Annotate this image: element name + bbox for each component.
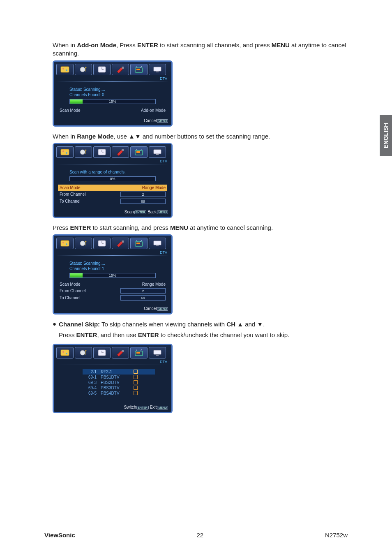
channels-found: Channels Found: 1 xyxy=(58,266,167,271)
svg-rect-28 xyxy=(154,150,161,154)
osd-addon-scan: DTV Status: Scanning.... Channels Found:… xyxy=(53,60,173,127)
footer-switch: Switch xyxy=(124,405,136,409)
svg-line-11 xyxy=(136,66,137,68)
text: at anytime to cancel scanning. xyxy=(188,224,273,231)
text: to check/uncheck the channel you want to… xyxy=(159,331,290,338)
page-footer: ViewSonic 22 N2752w xyxy=(44,532,348,539)
progress-label: 15% xyxy=(109,273,116,278)
text: to start scanning all channels, and pres… xyxy=(158,42,272,49)
bold: Add-on Mode xyxy=(77,42,116,49)
tab-setup xyxy=(112,347,129,358)
value: Add-on Mode xyxy=(141,108,166,113)
osd-tabs xyxy=(54,236,171,250)
svg-rect-29 xyxy=(156,154,159,155)
row-from-channel: From Channel 2 xyxy=(58,287,167,294)
tab-dtv xyxy=(130,64,148,75)
svg-point-17 xyxy=(66,152,67,154)
osd-range-setup: DTV Scan with a range of channels. 0% Sc… xyxy=(53,143,173,218)
key-menu: MENU xyxy=(157,406,168,409)
svg-line-27 xyxy=(141,149,142,150)
svg-rect-23 xyxy=(122,149,124,151)
footer-cancel: Cancel xyxy=(144,306,157,311)
tab-dtv xyxy=(130,347,148,358)
svg-point-32 xyxy=(66,243,67,245)
osd-footer: CancelMENU xyxy=(54,117,171,125)
ch-num: 2-1 xyxy=(84,370,97,374)
text: ▲ and ▼. xyxy=(235,321,265,328)
paragraph-press-enter: Press ENTER to start scanning, and press… xyxy=(53,224,351,232)
key-enter: ENTER xyxy=(136,406,149,409)
svg-rect-13 xyxy=(154,67,161,71)
ch-name: RF2-1 xyxy=(101,370,129,374)
tab-setup xyxy=(112,146,129,158)
svg-line-57 xyxy=(141,349,142,351)
footer-brand: ViewSonic xyxy=(44,532,75,539)
text: Press xyxy=(59,331,76,338)
ch-name: PBS4DTV xyxy=(101,391,129,395)
tab-pc xyxy=(149,347,166,358)
paragraph-range: When in Range Mode, use ▲▼ and number bu… xyxy=(53,132,351,141)
progress-bar: 15% xyxy=(69,273,156,278)
checkbox-icon xyxy=(134,391,138,395)
progress-bar: 15% xyxy=(69,99,156,104)
svg-rect-15 xyxy=(61,149,69,155)
channel-row: 69-1 PBS1DTV xyxy=(83,375,155,380)
bold: ENTER xyxy=(76,331,97,338)
svg-rect-38 xyxy=(122,240,124,243)
progress-label: 15% xyxy=(109,99,116,104)
tab-pc xyxy=(149,238,166,249)
row-to-channel: To Channel 69 xyxy=(58,198,167,205)
text: to start scanning, and press xyxy=(91,224,170,231)
tab-time xyxy=(93,64,111,75)
tab-pc xyxy=(149,146,166,158)
osd-body: Status: Scanning.... Channels Found: 0 1… xyxy=(54,84,171,117)
bullet-icon: ● xyxy=(53,320,56,342)
tab-picture xyxy=(56,146,74,158)
svg-rect-53 xyxy=(122,350,124,352)
label: To Channel xyxy=(60,296,81,300)
value-box: 2 xyxy=(120,192,166,197)
tab-audio xyxy=(75,238,92,249)
channel-row: 69-3 PBS2DTV xyxy=(83,380,155,385)
tab-audio xyxy=(75,347,92,358)
svg-rect-25 xyxy=(136,151,140,153)
key-enter: ENTER xyxy=(134,210,147,214)
status-text: Status: Scanning.... xyxy=(58,261,167,266)
progress-label: 0% xyxy=(110,177,115,181)
key-menu: MENU xyxy=(157,119,168,123)
svg-rect-45 xyxy=(61,350,69,356)
osd-footer: ScanENTER BackMENU xyxy=(54,208,171,217)
svg-rect-44 xyxy=(156,245,159,246)
divider xyxy=(56,164,169,164)
svg-point-47 xyxy=(66,353,67,354)
progress-bar: 0% xyxy=(69,176,156,181)
svg-rect-58 xyxy=(154,350,161,354)
ch-name: PBS3DTV xyxy=(101,386,129,390)
svg-line-41 xyxy=(136,240,137,242)
osd-section-label: DTV xyxy=(54,159,171,164)
text: , use ▲▼ and number buttons to set the s… xyxy=(113,133,270,140)
text: To skip channels when viewing channels w… xyxy=(100,321,226,328)
svg-rect-43 xyxy=(154,241,161,245)
svg-point-46 xyxy=(62,351,64,353)
osd-body: Scan with a range of channels. 0% Scan M… xyxy=(54,167,171,208)
bold: Range Mode xyxy=(77,133,113,140)
tab-setup xyxy=(112,64,129,75)
footer-scan: Scan xyxy=(125,210,134,214)
key-menu: MENU xyxy=(157,210,168,214)
footer-page: 22 xyxy=(197,532,204,539)
checkbox-icon xyxy=(134,386,138,390)
status-text: Status: Scanning.... xyxy=(58,87,167,92)
checkbox-icon xyxy=(134,370,138,374)
value-box: 69 xyxy=(120,295,166,301)
osd-tabs xyxy=(54,345,171,360)
osd-tabs xyxy=(54,144,171,159)
tab-audio xyxy=(75,64,92,75)
checkbox-icon xyxy=(134,375,138,379)
svg-rect-59 xyxy=(156,355,159,356)
svg-line-56 xyxy=(136,349,137,351)
bullet-text: Channel Skip: To skip channels when view… xyxy=(59,320,289,342)
row-scan-mode: Scan Mode Range Mode xyxy=(58,281,167,287)
label: Scan Mode xyxy=(60,185,81,190)
value-box: 2 xyxy=(120,288,166,294)
